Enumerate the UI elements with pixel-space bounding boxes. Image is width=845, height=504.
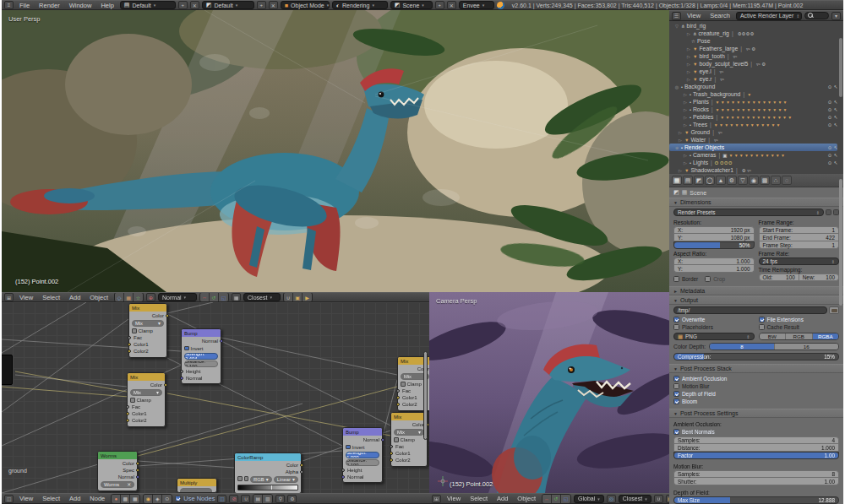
menu-add[interactable]: Add [66, 495, 84, 502]
blend-mode-dropdown[interactable]: Mix▾ [394, 429, 424, 436]
outliner-row-pebbles[interactable]: ▷• Pebbles| ▼▼▼▼▼▼▼▼▼▼▼▼▼▼ ⊙↖ [669, 113, 837, 121]
material-slot-buttons[interactable]: ◉ ◈ ⊙ [143, 494, 172, 504]
clamp-checkbox[interactable] [130, 398, 135, 403]
panel-header-post-process-settings[interactable]: ▼Post Process Settings [669, 409, 843, 418]
visibility-eye-icon[interactable]: ⊙ [828, 84, 832, 89]
add-stop-button[interactable] [237, 476, 243, 481]
node-mix-4[interactable]: Mix Color Mix▾ Clamp Fac Color1 Color2 [390, 412, 428, 467]
rgba-option[interactable]: RGBA [813, 333, 839, 339]
snap-icon[interactable]: ∪ [241, 495, 250, 503]
color-output-socket[interactable] [166, 314, 169, 317]
editor-type-icon[interactable]: ◫ [4, 495, 14, 503]
fac-input-socket[interactable] [390, 445, 393, 448]
color2-input-socket[interactable] [396, 403, 400, 406]
ambient-occlusion-checkbox[interactable] [673, 376, 679, 382]
node-bump-2[interactable]: Bump Normal Invert Strength: 1.000 Dista… [342, 427, 383, 483]
color-output-socket[interactable] [136, 462, 139, 465]
main-3d-viewport[interactable]: User Persp (152) Point.002 [2, 10, 669, 292]
material-icon[interactable]: ◉ [144, 495, 153, 503]
menu-window[interactable]: Window [66, 2, 95, 9]
tab-material-icon[interactable]: ◉ [749, 176, 759, 185]
magnet-icon[interactable]: ∪ [284, 293, 293, 301]
node-multiply[interactable]: Multiply [177, 478, 217, 493]
visibility-eye-icon[interactable]: ⊙ [828, 100, 832, 105]
outliner-row-trash-background[interactable]: ▷• Trash_background| ▼ [669, 90, 837, 98]
ao-samples-field[interactable]: Samples:4 [673, 436, 839, 444]
menu-view[interactable]: View [16, 294, 36, 301]
tab-data-icon[interactable]: ▽ [738, 176, 748, 185]
proportional-edit-icon[interactable]: ◎ [607, 495, 616, 503]
selectability-icon[interactable]: ↖ [833, 100, 837, 105]
add-button[interactable]: + [435, 1, 444, 9]
outliner-row-water[interactable]: ▷▼ Water| ▿▫ [669, 136, 837, 144]
render-presets-dropdown[interactable]: Render Presets⇕ [673, 209, 824, 216]
transform-orientation-dropdown[interactable]: Global▾ [574, 495, 604, 503]
aspect-x-field[interactable]: X:1.000 [673, 257, 755, 265]
node-editor-scrollbar[interactable] [423, 351, 428, 440]
depth-of-field-checkbox[interactable] [673, 391, 679, 397]
outliner-row-pose[interactable]: ☆ Pose [669, 37, 837, 45]
menu-view[interactable]: View [444, 495, 464, 502]
wireframe-icon[interactable]: ◇ [115, 293, 124, 301]
outliner-row-bird-rig[interactable]: ▽⋔ bird_rig [669, 22, 837, 30]
resolution-percentage-slider[interactable]: 50% [673, 241, 755, 249]
node-colorramp[interactable]: ColorRamp Color Alpha RGB▾ Linear▾ [234, 453, 302, 493]
outliner-row-rocks[interactable]: ▷• Rocks| ▼▼▼▼▼▼▼▼▼▼▼▼▼▼ ⊙↖ [669, 106, 837, 113]
outliner-row-body-sculpt[interactable]: ▷▼ body_sculpt_level5| ▿▫ ⚙ [669, 60, 837, 68]
outliner-row-ground[interactable]: ▷▼ Ground| ▿▫ [669, 128, 837, 136]
normal-output-socket[interactable] [381, 438, 384, 442]
frame-step-field[interactable]: Frame Step:1 [759, 241, 840, 249]
bent-normals-checkbox[interactable] [673, 429, 679, 435]
node-group-worms[interactable]: Worms Color Spec Normal Worms✕ [97, 451, 138, 491]
node-header[interactable]: ColorRamp [235, 453, 301, 461]
ao-factor-slider[interactable]: Factor1.00 [673, 452, 839, 459]
panel-header-metadata[interactable]: ►Metadata [669, 286, 843, 295]
add-layout-button[interactable]: + [178, 1, 188, 9]
mode-dropdown[interactable]: ■ Object Mode▾ [281, 1, 330, 9]
outliner-row-feathers-large[interactable]: ▷▼ Feathers_large| ▿▫ ⚙ [669, 45, 837, 52]
layout-buttons[interactable]: ▤ ▥ [253, 494, 273, 504]
visibility-eye-icon[interactable]: ⊙ [828, 115, 832, 120]
outliner-row-bird-tooth[interactable]: ▷▼ bird_tooth| ▿▫ [669, 52, 837, 60]
viewport-scene-canvas[interactable] [2, 10, 669, 292]
resolution-y-field[interactable]: Y:1080 px [673, 234, 755, 241]
pin-icon[interactable]: ⊙ [162, 495, 172, 503]
draw-mode-buttons[interactable]: ◇ ▦ ☆ [114, 292, 144, 302]
color1-input-socket[interactable] [396, 396, 400, 399]
scale-icon[interactable]: ◱ [219, 293, 228, 301]
node-header[interactable]: Mix [128, 373, 165, 381]
close-button[interactable]: ✕ [447, 1, 456, 9]
tab-render-layers-icon[interactable]: ▤ [683, 176, 693, 185]
layers-icon[interactable]: ▦ [232, 293, 241, 301]
node-header[interactable]: Worms [98, 452, 137, 459]
start-frame-field[interactable]: Start Frame:1 [759, 226, 840, 234]
height-input-socket[interactable] [180, 370, 183, 373]
translate-icon[interactable]: ↔ [542, 495, 552, 503]
outliner-row-shadowcatcher1[interactable]: ▷▼ Shadowcatcher1| ⚙ ▿▫ [669, 166, 837, 174]
clamp-checkbox[interactable] [132, 328, 137, 333]
filter-icon[interactable]: ▾ [831, 12, 841, 20]
node-mix-2[interactable]: Mix Color Mix▾ Clamp Fac Color1 Color2 [127, 372, 166, 427]
color2-input-socket[interactable] [390, 458, 393, 462]
color-ramp-gradient[interactable] [237, 485, 298, 490]
bloom-checkbox[interactable] [673, 398, 679, 404]
output-path-field[interactable]: /tmp/ [673, 306, 827, 314]
snap-element-dropdown[interactable]: Closest▾ [619, 495, 651, 503]
composite-nodes-icon[interactable]: ▩ [121, 495, 130, 503]
panel-header-output[interactable]: ▼Output [669, 295, 843, 305]
offscreen-node[interactable] [2, 355, 13, 385]
fac-input-socket[interactable] [126, 405, 129, 409]
node-header[interactable]: Mix [129, 304, 166, 312]
invert-checkbox[interactable] [184, 346, 189, 351]
editor-type-icon[interactable]: ⊞ [4, 293, 14, 301]
time-remap-new-field[interactable]: New:100 [799, 274, 839, 281]
outliner-row-background[interactable]: ◎• Background ⊙↖ [669, 83, 837, 90]
menu-add[interactable]: Add [493, 495, 511, 502]
color2-input-socket[interactable] [126, 419, 129, 422]
menu-select[interactable]: Select [466, 495, 491, 502]
texture-nodes-icon[interactable]: ▦ [130, 495, 139, 503]
outliner-row-render-objects[interactable]: ⊚• Render Objects ⊙↖ [669, 144, 837, 151]
placeholders-checkbox[interactable] [673, 324, 679, 330]
zoom-icon[interactable]: ⚲ [275, 495, 285, 503]
go-back-icon[interactable]: ⊘ [229, 495, 238, 503]
